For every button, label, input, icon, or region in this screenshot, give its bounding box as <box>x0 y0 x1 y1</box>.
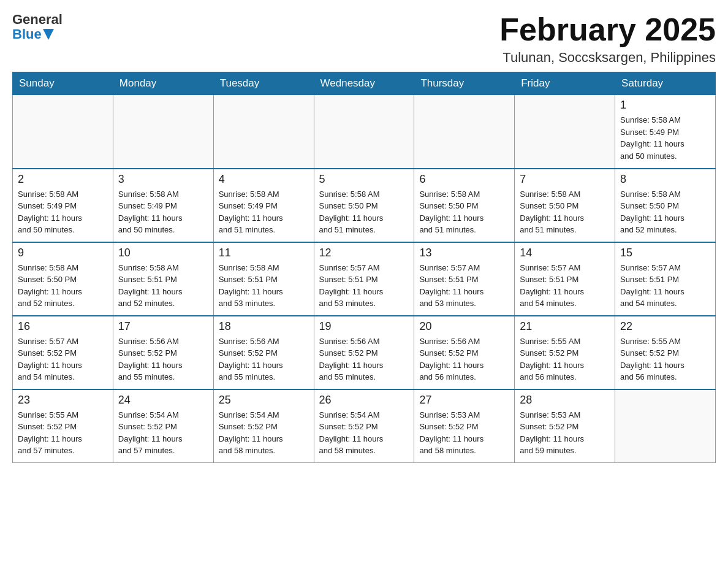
calendar-header-sunday: Sunday <box>13 72 113 95</box>
calendar-day-cell: 14Sunrise: 5:57 AM Sunset: 5:51 PM Dayli… <box>515 242 615 316</box>
calendar-day-cell <box>314 95 414 169</box>
day-info: Sunrise: 5:53 AM Sunset: 5:52 PM Dayligh… <box>419 409 509 457</box>
calendar-day-cell: 26Sunrise: 5:54 AM Sunset: 5:52 PM Dayli… <box>314 389 414 463</box>
calendar-day-cell: 11Sunrise: 5:58 AM Sunset: 5:51 PM Dayli… <box>213 242 314 316</box>
logo-text-general: General <box>12 12 63 27</box>
day-number: 6 <box>419 173 509 186</box>
day-number: 2 <box>18 173 108 186</box>
day-info: Sunrise: 5:57 AM Sunset: 5:51 PM Dayligh… <box>620 262 710 310</box>
day-number: 9 <box>18 247 108 259</box>
day-number: 18 <box>219 320 309 333</box>
day-number: 15 <box>620 247 710 259</box>
day-number: 22 <box>620 320 710 333</box>
calendar-day-cell: 21Sunrise: 5:55 AM Sunset: 5:52 PM Dayli… <box>515 316 615 389</box>
calendar-day-cell <box>414 95 515 169</box>
page-header: General Blue February 2025 Tulunan, Socc… <box>12 12 716 66</box>
day-number: 17 <box>118 320 208 333</box>
calendar-day-cell: 23Sunrise: 5:55 AM Sunset: 5:52 PM Dayli… <box>13 389 113 463</box>
day-number: 13 <box>419 247 509 259</box>
calendar-day-cell: 1Sunrise: 5:58 AM Sunset: 5:49 PM Daylig… <box>615 95 716 169</box>
day-number: 4 <box>219 173 309 186</box>
day-info: Sunrise: 5:58 AM Sunset: 5:49 PM Dayligh… <box>219 188 309 236</box>
day-info: Sunrise: 5:56 AM Sunset: 5:52 PM Dayligh… <box>219 335 309 383</box>
day-info: Sunrise: 5:56 AM Sunset: 5:52 PM Dayligh… <box>419 335 509 383</box>
calendar-day-cell: 6Sunrise: 5:58 AM Sunset: 5:50 PM Daylig… <box>414 169 515 242</box>
calendar-day-cell: 12Sunrise: 5:57 AM Sunset: 5:51 PM Dayli… <box>314 242 414 316</box>
day-info: Sunrise: 5:58 AM Sunset: 5:50 PM Dayligh… <box>319 188 409 236</box>
day-number: 21 <box>520 320 610 333</box>
calendar-day-cell: 18Sunrise: 5:56 AM Sunset: 5:52 PM Dayli… <box>213 316 314 389</box>
day-info: Sunrise: 5:58 AM Sunset: 5:51 PM Dayligh… <box>118 262 208 310</box>
calendar-day-cell: 28Sunrise: 5:53 AM Sunset: 5:52 PM Dayli… <box>515 389 615 463</box>
calendar-day-cell: 17Sunrise: 5:56 AM Sunset: 5:52 PM Dayli… <box>113 316 213 389</box>
location: Tulunan, Soccsksargen, Philippines <box>499 50 716 66</box>
day-info: Sunrise: 5:58 AM Sunset: 5:50 PM Dayligh… <box>419 188 509 236</box>
calendar-header-friday: Friday <box>515 72 615 95</box>
day-info: Sunrise: 5:54 AM Sunset: 5:52 PM Dayligh… <box>319 409 409 457</box>
title-area: February 2025 Tulunan, Soccsksargen, Phi… <box>499 12 716 66</box>
day-info: Sunrise: 5:57 AM Sunset: 5:51 PM Dayligh… <box>319 262 409 310</box>
calendar-week-row: 16Sunrise: 5:57 AM Sunset: 5:52 PM Dayli… <box>13 316 716 389</box>
calendar-day-cell: 4Sunrise: 5:58 AM Sunset: 5:49 PM Daylig… <box>213 169 314 242</box>
day-info: Sunrise: 5:55 AM Sunset: 5:52 PM Dayligh… <box>520 335 610 383</box>
day-info: Sunrise: 5:56 AM Sunset: 5:52 PM Dayligh… <box>118 335 208 383</box>
day-number: 27 <box>419 394 509 407</box>
calendar-day-cell: 5Sunrise: 5:58 AM Sunset: 5:50 PM Daylig… <box>314 169 414 242</box>
calendar-day-cell: 2Sunrise: 5:58 AM Sunset: 5:49 PM Daylig… <box>13 169 113 242</box>
calendar-day-cell: 3Sunrise: 5:58 AM Sunset: 5:49 PM Daylig… <box>113 169 213 242</box>
calendar-day-cell: 13Sunrise: 5:57 AM Sunset: 5:51 PM Dayli… <box>414 242 515 316</box>
day-info: Sunrise: 5:53 AM Sunset: 5:52 PM Dayligh… <box>520 409 610 457</box>
logo: General Blue <box>12 12 63 42</box>
day-number: 5 <box>319 173 409 186</box>
calendar-day-cell <box>213 95 314 169</box>
calendar-day-cell: 19Sunrise: 5:56 AM Sunset: 5:52 PM Dayli… <box>314 316 414 389</box>
calendar-day-cell: 7Sunrise: 5:58 AM Sunset: 5:50 PM Daylig… <box>515 169 615 242</box>
calendar-header-wednesday: Wednesday <box>314 72 414 95</box>
logo-text-blue: Blue <box>12 27 42 42</box>
calendar-header-monday: Monday <box>113 72 213 95</box>
day-number: 11 <box>219 247 309 259</box>
day-info: Sunrise: 5:57 AM Sunset: 5:51 PM Dayligh… <box>520 262 610 310</box>
day-number: 10 <box>118 247 208 259</box>
day-number: 20 <box>419 320 509 333</box>
svg-marker-0 <box>43 29 54 40</box>
calendar-day-cell: 27Sunrise: 5:53 AM Sunset: 5:52 PM Dayli… <box>414 389 515 463</box>
calendar-day-cell <box>13 95 113 169</box>
calendar-day-cell: 20Sunrise: 5:56 AM Sunset: 5:52 PM Dayli… <box>414 316 515 389</box>
calendar-header-saturday: Saturday <box>615 72 716 95</box>
day-info: Sunrise: 5:58 AM Sunset: 5:49 PM Dayligh… <box>118 188 208 236</box>
calendar-day-cell: 16Sunrise: 5:57 AM Sunset: 5:52 PM Dayli… <box>13 316 113 389</box>
day-number: 23 <box>18 394 108 407</box>
day-number: 19 <box>319 320 409 333</box>
calendar-day-cell <box>515 95 615 169</box>
calendar-week-row: 2Sunrise: 5:58 AM Sunset: 5:49 PM Daylig… <box>13 169 716 242</box>
calendar-day-cell: 22Sunrise: 5:55 AM Sunset: 5:52 PM Dayli… <box>615 316 716 389</box>
day-info: Sunrise: 5:55 AM Sunset: 5:52 PM Dayligh… <box>620 335 710 383</box>
calendar-week-row: 1Sunrise: 5:58 AM Sunset: 5:49 PM Daylig… <box>13 95 716 169</box>
calendar-week-row: 9Sunrise: 5:58 AM Sunset: 5:50 PM Daylig… <box>13 242 716 316</box>
day-number: 12 <box>319 247 409 259</box>
calendar-header-row: SundayMondayTuesdayWednesdayThursdayFrid… <box>13 72 716 95</box>
calendar-day-cell: 9Sunrise: 5:58 AM Sunset: 5:50 PM Daylig… <box>13 242 113 316</box>
calendar-day-cell: 24Sunrise: 5:54 AM Sunset: 5:52 PM Dayli… <box>113 389 213 463</box>
day-number: 14 <box>520 247 610 259</box>
day-info: Sunrise: 5:54 AM Sunset: 5:52 PM Dayligh… <box>118 409 208 457</box>
calendar-day-cell: 15Sunrise: 5:57 AM Sunset: 5:51 PM Dayli… <box>615 242 716 316</box>
calendar-week-row: 23Sunrise: 5:55 AM Sunset: 5:52 PM Dayli… <box>13 389 716 463</box>
day-info: Sunrise: 5:58 AM Sunset: 5:50 PM Dayligh… <box>620 188 710 236</box>
month-title: February 2025 <box>499 12 716 47</box>
calendar-day-cell <box>113 95 213 169</box>
logo-triangle-icon <box>43 29 54 40</box>
day-info: Sunrise: 5:58 AM Sunset: 5:50 PM Dayligh… <box>18 262 108 310</box>
calendar-day-cell: 8Sunrise: 5:58 AM Sunset: 5:50 PM Daylig… <box>615 169 716 242</box>
day-info: Sunrise: 5:58 AM Sunset: 5:50 PM Dayligh… <box>520 188 610 236</box>
day-info: Sunrise: 5:58 AM Sunset: 5:49 PM Dayligh… <box>620 114 710 162</box>
day-number: 1 <box>620 99 710 112</box>
calendar-day-cell: 25Sunrise: 5:54 AM Sunset: 5:52 PM Dayli… <box>213 389 314 463</box>
day-info: Sunrise: 5:54 AM Sunset: 5:52 PM Dayligh… <box>219 409 309 457</box>
day-info: Sunrise: 5:58 AM Sunset: 5:49 PM Dayligh… <box>18 188 108 236</box>
day-info: Sunrise: 5:57 AM Sunset: 5:51 PM Dayligh… <box>419 262 509 310</box>
day-info: Sunrise: 5:55 AM Sunset: 5:52 PM Dayligh… <box>18 409 108 457</box>
day-number: 16 <box>18 320 108 333</box>
day-info: Sunrise: 5:56 AM Sunset: 5:52 PM Dayligh… <box>319 335 409 383</box>
